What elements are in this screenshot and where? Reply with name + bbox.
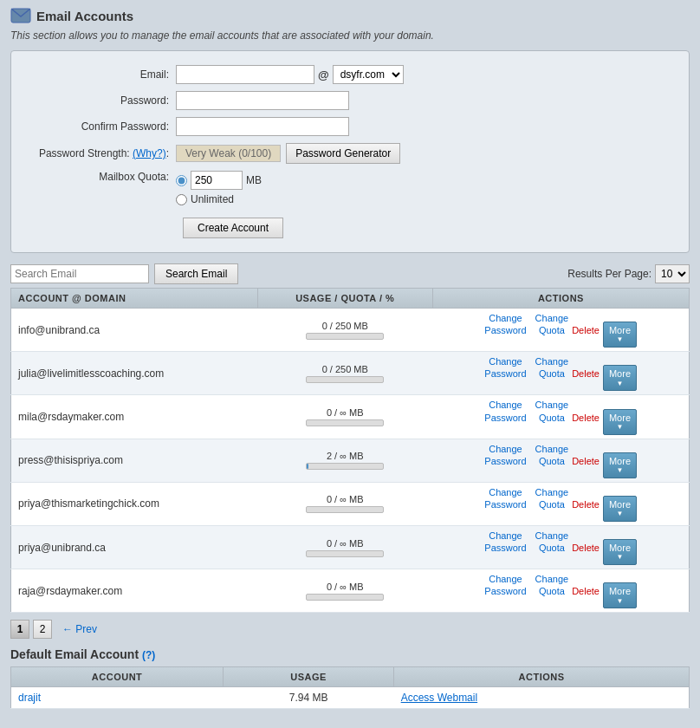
create-account-button[interactable]: Create Account: [183, 218, 283, 238]
usage-cell: 0 / ∞ MB: [257, 525, 432, 569]
account-cell: priya@thismarketingchick.com: [11, 482, 258, 525]
more-button[interactable]: More▼: [603, 365, 637, 391]
account-cell: info@unibrand.ca: [11, 309, 258, 352]
actions-cell: ChangePasswordChangeQuotaDeleteMore▼: [432, 309, 689, 352]
change-quota-link[interactable]: ChangeQuota: [535, 443, 569, 468]
access-webmail-link[interactable]: Access Webmail: [401, 692, 477, 704]
password-input[interactable]: [176, 91, 349, 110]
table-row: raja@rsdaymaker.com0 / ∞ MBChangePasswor…: [11, 569, 690, 613]
password-label: Password:: [29, 94, 176, 107]
usage-cell: 0 / 250 MB: [257, 309, 432, 352]
change-password-link[interactable]: ChangePassword: [484, 312, 526, 337]
results-per-page-select[interactable]: 10 25 50: [655, 264, 690, 283]
default-section-title: Default Email Account: [10, 647, 139, 661]
more-button[interactable]: More▼: [603, 452, 637, 478]
usage-cell: 0 / ∞ MB: [257, 569, 432, 613]
default-col-actions: Actions: [394, 667, 690, 687]
account-cell: raja@rsdaymaker.com: [11, 569, 258, 613]
col-usage: Usage / Quota / %: [257, 289, 432, 309]
more-button[interactable]: More▼: [603, 539, 637, 565]
results-per-page-label: Results Per Page:: [567, 268, 651, 280]
delete-link[interactable]: Delete: [572, 368, 600, 379]
table-row: press@thisispriya.com2 / ∞ MBChangePassw…: [11, 439, 690, 482]
confirm-password-label: Confirm Password:: [29, 120, 176, 133]
password-generator-button[interactable]: Password Generator: [286, 143, 400, 164]
default-usage: 7.94 MB: [224, 687, 394, 709]
delete-link[interactable]: Delete: [572, 456, 600, 466]
usage-cell: 0 / ∞ MB: [257, 395, 432, 439]
change-quota-link[interactable]: ChangeQuota: [535, 530, 569, 555]
table-row: mila@rsdaymaker.com0 / ∞ MBChangePasswor…: [11, 395, 690, 439]
change-quota-link[interactable]: ChangeQuota: [535, 312, 569, 337]
account-cell: mila@rsdaymaker.com: [11, 395, 258, 439]
create-account-form: Email: @ dsyfr.com Password: Confirm Pas…: [10, 50, 690, 253]
at-sign: @: [318, 68, 329, 81]
account-cell: press@thisispriya.com: [11, 439, 258, 482]
usage-cell: 0 / 250 MB: [257, 352, 432, 395]
actions-cell: ChangePasswordChangeQuotaDeleteMore▼: [432, 525, 689, 569]
actions-cell: ChangePasswordChangeQuotaDeleteMore▼: [432, 352, 689, 395]
actions-cell: ChangePasswordChangeQuotaDeleteMore▼: [432, 482, 689, 525]
delete-link[interactable]: Delete: [572, 499, 600, 510]
more-button[interactable]: More▼: [603, 582, 637, 608]
col-account: Account @ Domain: [11, 289, 258, 309]
page-1-button[interactable]: 1: [10, 620, 29, 639]
domain-select[interactable]: dsyfr.com: [333, 65, 404, 84]
delete-link[interactable]: Delete: [572, 543, 600, 553]
why-link[interactable]: (Why?): [133, 147, 166, 159]
quota-value-input[interactable]: [191, 171, 243, 190]
change-password-link[interactable]: ChangePassword: [484, 355, 526, 380]
table-row: info@unibrand.ca0 / 250 MBChangePassword…: [11, 309, 690, 352]
more-button[interactable]: More▼: [603, 496, 637, 522]
account-cell: priya@unibrand.ca: [11, 525, 258, 569]
more-button[interactable]: More▼: [603, 409, 637, 435]
more-button[interactable]: More▼: [603, 322, 637, 348]
search-input[interactable]: [10, 264, 149, 283]
actions-cell: ChangePasswordChangeQuotaDeleteMore▼: [432, 569, 689, 613]
table-row: priya@thismarketingchick.com0 / ∞ MBChan…: [11, 482, 690, 525]
change-password-link[interactable]: ChangePassword: [484, 530, 526, 555]
change-password-link[interactable]: ChangePassword: [484, 443, 526, 468]
default-table-row: drajit7.94 MBAccess Webmail: [11, 687, 690, 709]
delete-link[interactable]: Delete: [572, 413, 600, 423]
table-row: priya@unibrand.ca0 / ∞ MBChangePasswordC…: [11, 525, 690, 569]
col-actions: Actions: [432, 289, 689, 309]
email-accounts-table: Account @ Domain Usage / Quota / % Actio…: [10, 288, 690, 613]
default-account: drajit: [11, 687, 224, 709]
page-2-button[interactable]: 2: [33, 620, 52, 639]
search-button[interactable]: Search Email: [154, 263, 238, 284]
default-col-account: Account: [11, 667, 224, 687]
email-input[interactable]: [176, 65, 314, 84]
password-strength-label: Password Strength: (Why?):: [29, 147, 176, 159]
email-label: Email:: [29, 68, 176, 81]
quota-radio-unlimited[interactable]: [176, 194, 187, 205]
default-col-usage: Usage: [224, 667, 394, 687]
email-icon: [10, 7, 31, 24]
password-strength-value: Very Weak (0/100): [176, 145, 281, 162]
section-title: Email Accounts: [36, 9, 133, 23]
change-quota-link[interactable]: ChangeQuota: [535, 573, 569, 598]
pagination: 1 2 ← Prev: [10, 620, 690, 639]
default-help-link[interactable]: (?): [142, 649, 155, 661]
prev-link[interactable]: ← Prev: [62, 623, 97, 635]
change-quota-link[interactable]: ChangeQuota: [535, 355, 569, 380]
actions-cell: ChangePasswordChangeQuotaDeleteMore▼: [432, 439, 689, 482]
delete-link[interactable]: Delete: [572, 586, 600, 596]
quota-unit: MB: [246, 174, 262, 186]
change-password-link[interactable]: ChangePassword: [484, 573, 526, 598]
default-action[interactable]: Access Webmail: [394, 687, 690, 709]
quota-radio-limited[interactable]: [176, 175, 187, 186]
search-bar: Search Email Results Per Page: 10 25 50: [10, 263, 690, 284]
change-quota-link[interactable]: ChangeQuota: [535, 486, 569, 511]
delete-link[interactable]: Delete: [572, 325, 600, 335]
change-password-link[interactable]: ChangePassword: [484, 399, 526, 424]
table-row: julia@livelimitlesscoaching.com0 / 250 M…: [11, 352, 690, 395]
section-description: This section allows you to manage the em…: [10, 29, 690, 42]
default-email-section: Default Email Account (?) Account Usage …: [10, 647, 690, 709]
change-password-link[interactable]: ChangePassword: [484, 486, 526, 511]
unlimited-label: Unlimited: [191, 193, 234, 205]
confirm-password-input[interactable]: [176, 117, 349, 136]
change-quota-link[interactable]: ChangeQuota: [535, 399, 569, 424]
actions-cell: ChangePasswordChangeQuotaDeleteMore▼: [432, 395, 689, 439]
mailbox-quota-label: Mailbox Quota:: [29, 171, 176, 183]
